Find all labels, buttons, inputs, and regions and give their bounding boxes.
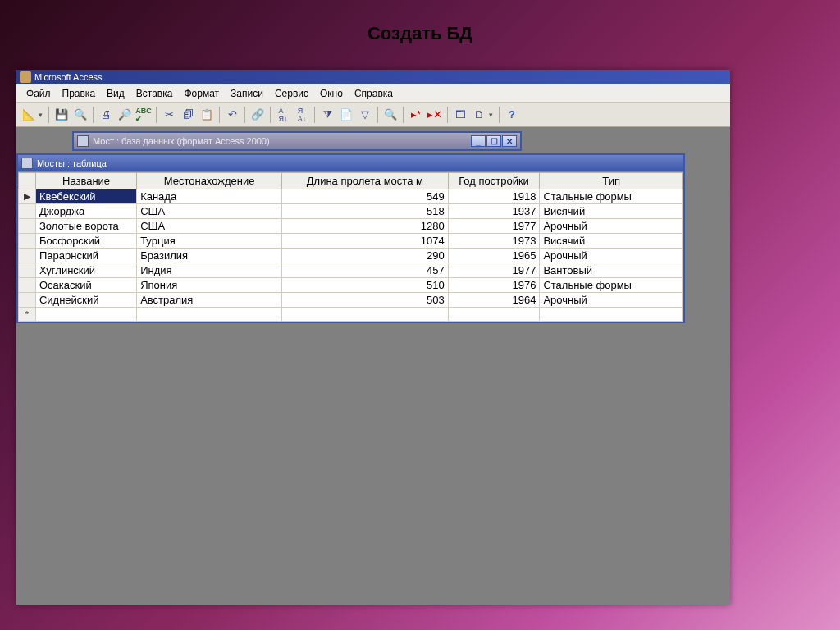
new-object-dropdown[interactable]: ▾ bbox=[489, 111, 495, 119]
cell-type[interactable]: Стальные формы bbox=[540, 189, 683, 204]
cell-type[interactable]: Арочный bbox=[540, 219, 683, 234]
menu-view[interactable]: Вид bbox=[102, 86, 130, 101]
table-datasheet-window[interactable]: Мосты : таблица Название Местонахождение… bbox=[16, 153, 685, 323]
cell-name[interactable]: Джорджа bbox=[35, 204, 136, 219]
find-button[interactable]: 🔍 bbox=[381, 106, 399, 124]
cell-len[interactable]: 518 bbox=[282, 204, 449, 219]
row-selector[interactable]: ▶ bbox=[19, 189, 36, 204]
new-record-selector[interactable]: * bbox=[19, 308, 36, 322]
help-button[interactable]: ? bbox=[503, 106, 521, 124]
menu-insert[interactable]: Вставка bbox=[131, 86, 178, 101]
empty-cell[interactable] bbox=[540, 308, 683, 322]
cell-len[interactable]: 457 bbox=[282, 263, 449, 278]
datasheet-grid[interactable]: Название Местонахождение Длина пролета м… bbox=[18, 171, 683, 322]
minimize-button[interactable]: _ bbox=[471, 135, 486, 147]
cell-loc[interactable]: Австралия bbox=[137, 293, 282, 308]
close-button[interactable]: ✕ bbox=[502, 135, 517, 147]
filter-form-button[interactable]: 📄 bbox=[337, 106, 355, 124]
cell-name[interactable]: Квебекский bbox=[35, 189, 136, 204]
cell-len[interactable]: 503 bbox=[282, 293, 449, 308]
cell-loc[interactable]: США bbox=[137, 219, 282, 234]
paste-button[interactable]: 📋 bbox=[198, 106, 216, 124]
row-selector[interactable] bbox=[19, 293, 36, 308]
cell-name[interactable]: Осакаский bbox=[35, 278, 136, 293]
menu-records[interactable]: Записи bbox=[226, 86, 268, 101]
table-row[interactable]: ▶КвебекскийКанада5491918Стальные формы bbox=[19, 189, 683, 204]
delete-record-button[interactable]: ▸✕ bbox=[426, 106, 444, 124]
menu-bar[interactable]: Файл Правка Вид Вставка Формат Записи Се… bbox=[16, 84, 730, 103]
cell-year[interactable]: 1937 bbox=[448, 204, 540, 219]
cell-type[interactable]: Висячий bbox=[540, 234, 683, 249]
cell-year[interactable]: 1977 bbox=[448, 263, 540, 278]
row-selector[interactable] bbox=[19, 234, 36, 249]
apply-filter-button[interactable]: ▽ bbox=[356, 106, 374, 124]
cell-type[interactable]: Вантовый bbox=[540, 263, 683, 278]
column-header-length[interactable]: Длина пролета моста м bbox=[282, 173, 449, 189]
filter-selection-button[interactable]: ⧩ bbox=[318, 106, 336, 124]
select-all-corner[interactable] bbox=[19, 173, 36, 189]
empty-cell[interactable] bbox=[282, 308, 449, 322]
table-window-titlebar[interactable]: Мосты : таблица bbox=[18, 155, 683, 171]
database-window[interactable]: Мост : база данных (формат Access 2000) … bbox=[72, 131, 522, 151]
menu-format[interactable]: Формат bbox=[179, 86, 224, 101]
cell-year[interactable]: 1964 bbox=[448, 293, 540, 308]
menu-window[interactable]: Окно bbox=[315, 86, 348, 101]
undo-button[interactable]: ↶ bbox=[223, 106, 241, 124]
cell-len[interactable]: 1280 bbox=[282, 219, 449, 234]
database-window-titlebar[interactable]: Мост : база данных (формат Access 2000) … bbox=[74, 133, 520, 149]
cell-type[interactable]: Висячий bbox=[540, 204, 683, 219]
design-view-button[interactable]: 📐 bbox=[20, 106, 38, 124]
save-button[interactable]: 💾 bbox=[52, 106, 71, 124]
view-dropdown[interactable]: ▾ bbox=[39, 111, 45, 119]
cell-name[interactable]: Парарнский bbox=[35, 249, 136, 263]
cut-button[interactable]: ✂ bbox=[160, 106, 178, 124]
cell-name[interactable]: Хуглинский bbox=[35, 263, 136, 278]
menu-file[interactable]: Файл bbox=[21, 86, 56, 101]
new-object-button[interactable]: 🗋 bbox=[470, 106, 488, 124]
table-row[interactable]: ДжорджаСША5181937Висячий bbox=[19, 204, 683, 219]
cell-year[interactable]: 1918 bbox=[448, 189, 540, 204]
spellcheck-button[interactable]: ABC✔ bbox=[135, 106, 153, 124]
column-header-year[interactable]: Год постройки bbox=[448, 173, 540, 189]
table-row[interactable]: СиднейскийАвстралия5031964Арочный bbox=[19, 293, 683, 308]
search-file-button[interactable]: 🔍 bbox=[71, 106, 89, 124]
row-selector[interactable] bbox=[19, 219, 36, 234]
cell-year[interactable]: 1965 bbox=[448, 249, 540, 263]
db-window-button[interactable]: 🗔 bbox=[451, 106, 469, 124]
cell-len[interactable]: 510 bbox=[282, 278, 449, 293]
cell-len[interactable]: 290 bbox=[282, 249, 449, 263]
row-selector[interactable] bbox=[19, 204, 36, 219]
row-selector[interactable] bbox=[19, 263, 36, 278]
table-row[interactable]: ХуглинскийИндия4571977Вантовый bbox=[19, 263, 683, 278]
empty-cell[interactable] bbox=[137, 308, 282, 322]
table-row[interactable]: ОсакаскийЯпония5101976Стальные формы bbox=[19, 278, 683, 293]
print-preview-button[interactable]: 🔎 bbox=[116, 106, 134, 124]
hyperlink-button[interactable]: 🔗 bbox=[249, 106, 267, 124]
table-row[interactable]: БосфорскийТурция10741973Висячий bbox=[19, 234, 683, 249]
column-header-name[interactable]: Название bbox=[35, 173, 136, 189]
cell-type[interactable]: Стальные формы bbox=[540, 278, 683, 293]
empty-cell[interactable] bbox=[448, 308, 540, 322]
sort-desc-button[interactable]: ЯА↓ bbox=[293, 106, 311, 124]
menu-service[interactable]: Сервис bbox=[270, 86, 313, 101]
table-row[interactable]: Золотые воротаСША12801977Арочный bbox=[19, 219, 683, 234]
column-header-location[interactable]: Местонахождение bbox=[137, 173, 282, 189]
cell-name[interactable]: Сиднейский bbox=[35, 293, 136, 308]
row-selector[interactable] bbox=[19, 278, 36, 293]
cell-year[interactable]: 1976 bbox=[448, 278, 540, 293]
cell-type[interactable]: Арочный bbox=[540, 249, 683, 263]
menu-help[interactable]: Справка bbox=[349, 86, 398, 101]
maximize-button[interactable]: ☐ bbox=[486, 135, 501, 147]
cell-type[interactable]: Арочный bbox=[540, 293, 683, 308]
cell-loc[interactable]: Индия bbox=[137, 263, 282, 278]
cell-name[interactable]: Босфорский bbox=[35, 234, 136, 249]
cell-len[interactable]: 1074 bbox=[282, 234, 449, 249]
cell-len[interactable]: 549 bbox=[282, 189, 449, 204]
cell-year[interactable]: 1973 bbox=[448, 234, 540, 249]
empty-cell[interactable] bbox=[35, 308, 136, 322]
cell-year[interactable]: 1977 bbox=[448, 219, 540, 234]
new-record-row[interactable]: * bbox=[19, 308, 683, 322]
sort-asc-button[interactable]: АЯ↓ bbox=[274, 106, 292, 124]
column-header-type[interactable]: Тип bbox=[540, 173, 683, 189]
table-row[interactable]: ПарарнскийБразилия2901965Арочный bbox=[19, 249, 683, 263]
